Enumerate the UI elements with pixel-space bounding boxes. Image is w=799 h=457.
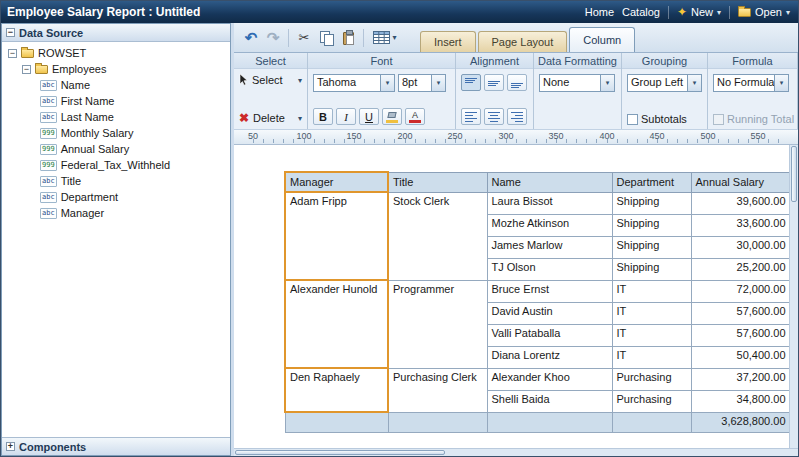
name-cell[interactable]: Laura Bissot (487, 192, 612, 214)
tab-column[interactable]: Column (569, 27, 635, 52)
tree-field-last-name[interactable]: abc Last Name (2, 109, 230, 125)
tree-node-rowset[interactable]: − ROWSET (2, 45, 230, 61)
salary-cell[interactable]: 50,400.00 (691, 346, 790, 368)
manager-cell[interactable]: Alexander Hunold (285, 280, 388, 368)
name-cell[interactable]: Diana Lorentz (487, 346, 612, 368)
cut-button[interactable]: ✂ (293, 27, 315, 49)
horizontal-scrollbar[interactable] (234, 448, 798, 456)
open-menu[interactable]: Open ▾ (738, 6, 790, 18)
align-left-button[interactable] (461, 108, 481, 125)
redo-button[interactable]: ↷ (262, 27, 284, 49)
name-cell[interactable]: Valli Pataballa (487, 324, 612, 346)
grouping-select[interactable]: Group Left ▾ (627, 74, 702, 92)
align-right-button[interactable] (507, 108, 527, 125)
salary-cell[interactable]: 57,600.00 (691, 324, 790, 346)
salary-cell[interactable]: 30,000.00 (691, 236, 790, 258)
delete-menu-button[interactable]: ✖ Delete ▾ (239, 111, 302, 125)
department-cell[interactable]: Purchasing (612, 368, 691, 390)
department-cell[interactable]: Purchasing (612, 390, 691, 412)
name-cell[interactable]: David Austin (487, 302, 612, 324)
align-center-button[interactable] (484, 108, 504, 125)
catalog-link[interactable]: Catalog (622, 6, 660, 18)
manager-cell[interactable]: Adam Fripp (285, 192, 388, 280)
tree-field-department[interactable]: abc Department (2, 189, 230, 205)
department-cell[interactable]: IT (612, 302, 691, 324)
name-cell[interactable]: Bruce Ernst (487, 280, 612, 302)
collapse-icon[interactable]: − (6, 28, 15, 37)
title-cell[interactable]: Programmer (388, 280, 487, 368)
department-cell[interactable]: IT (612, 280, 691, 302)
department-cell[interactable]: Shipping (612, 258, 691, 280)
department-cell[interactable]: Shipping (612, 236, 691, 258)
column-header-name[interactable]: Name (487, 172, 612, 192)
tree-field-first-name[interactable]: abc First Name (2, 93, 230, 109)
department-cell[interactable]: Shipping (612, 192, 691, 214)
font-size-select[interactable]: 8pt ▾ (398, 74, 446, 92)
salary-cell[interactable]: 25,200.00 (691, 258, 790, 280)
total-empty-cell[interactable] (612, 412, 691, 432)
name-cell[interactable]: Mozhe Atkinson (487, 214, 612, 236)
expand-icon[interactable]: + (6, 442, 15, 451)
salary-cell[interactable]: 57,600.00 (691, 302, 790, 324)
align-top-button[interactable] (461, 74, 481, 91)
tree-field-manager[interactable]: abc Manager (2, 205, 230, 221)
tab-page-layout[interactable]: Page Layout (478, 31, 568, 52)
grand-total-cell[interactable]: 3,628,800.00 (691, 412, 790, 432)
scrollbar-thumb[interactable] (235, 450, 445, 455)
scrollbar-thumb[interactable] (791, 146, 797, 202)
formula-select[interactable]: No Formula ▾ (713, 74, 789, 92)
title-cell[interactable]: Stock Clerk (388, 192, 487, 280)
manager-cell[interactable]: Den Raphaely (285, 368, 388, 412)
total-empty-cell[interactable] (388, 412, 487, 432)
tree-field-federal-tax-withheld[interactable]: 999 Federal_Tax_Withheld (2, 157, 230, 173)
department-cell[interactable]: IT (612, 346, 691, 368)
new-menu[interactable]: ✦ New ▾ (677, 5, 721, 19)
tree-field-annual-salary[interactable]: 999 Annual Salary (2, 141, 230, 157)
copy-button[interactable] (315, 27, 337, 49)
underline-button[interactable]: U (359, 108, 379, 125)
department-cell[interactable]: IT (612, 324, 691, 346)
tree-field-monthly-salary[interactable]: 999 Monthly Salary (2, 125, 230, 141)
salary-cell[interactable]: 33,600.00 (691, 214, 790, 236)
collapse-icon[interactable]: − (8, 49, 17, 58)
tree-field-name[interactable]: abc Name (2, 77, 230, 93)
align-middle-button[interactable] (484, 74, 504, 91)
home-link[interactable]: Home (585, 6, 614, 18)
collapse-icon[interactable]: − (22, 65, 31, 74)
subtotals-checkbox[interactable] (627, 114, 638, 125)
data-source-header[interactable]: − Data Source (2, 24, 230, 42)
align-bottom-button[interactable] (507, 74, 527, 91)
italic-button[interactable]: I (336, 108, 356, 125)
design-canvas[interactable]: Manager Title Name Department Annual Sal… (234, 145, 798, 448)
paste-button[interactable] (337, 27, 359, 49)
bold-button[interactable]: B (313, 108, 333, 125)
vertical-scrollbar[interactable] (789, 145, 798, 448)
total-empty-cell[interactable] (285, 412, 388, 432)
column-header-manager[interactable]: Manager (285, 172, 388, 192)
column-header-title[interactable]: Title (388, 172, 487, 192)
name-cell[interactable]: Alexander Khoo (487, 368, 612, 390)
tab-insert[interactable]: Insert (420, 31, 476, 52)
running-total-checkbox[interactable] (713, 114, 724, 125)
salary-cell[interactable]: 72,000.00 (691, 280, 790, 302)
column-header-annual-salary[interactable]: Annual Salary (691, 172, 790, 192)
font-color-button[interactable]: A (405, 108, 425, 125)
title-cell[interactable]: Purchasing Clerk (388, 368, 487, 412)
name-cell[interactable]: Shelli Baida (487, 390, 612, 412)
font-family-select[interactable]: Tahoma ▾ (313, 74, 395, 92)
total-empty-cell[interactable] (487, 412, 612, 432)
name-cell[interactable]: TJ Olson (487, 258, 612, 280)
insert-table-menu-button[interactable]: ▾ (368, 27, 402, 49)
department-cell[interactable]: Shipping (612, 214, 691, 236)
salary-cell[interactable]: 39,600.00 (691, 192, 790, 214)
select-menu-button[interactable]: Select ▾ (239, 74, 302, 86)
salary-cell[interactable]: 34,800.00 (691, 390, 790, 412)
salary-cell[interactable]: 37,200.00 (691, 368, 790, 390)
tree-node-employees[interactable]: − Employees (2, 61, 230, 77)
undo-button[interactable]: ↶ (240, 27, 262, 49)
name-cell[interactable]: James Marlow (487, 236, 612, 258)
tree-field-title[interactable]: abc Title (2, 173, 230, 189)
column-header-department[interactable]: Department (612, 172, 691, 192)
components-header[interactable]: + Components (2, 437, 230, 455)
data-format-select[interactable]: None ▾ (539, 74, 615, 92)
